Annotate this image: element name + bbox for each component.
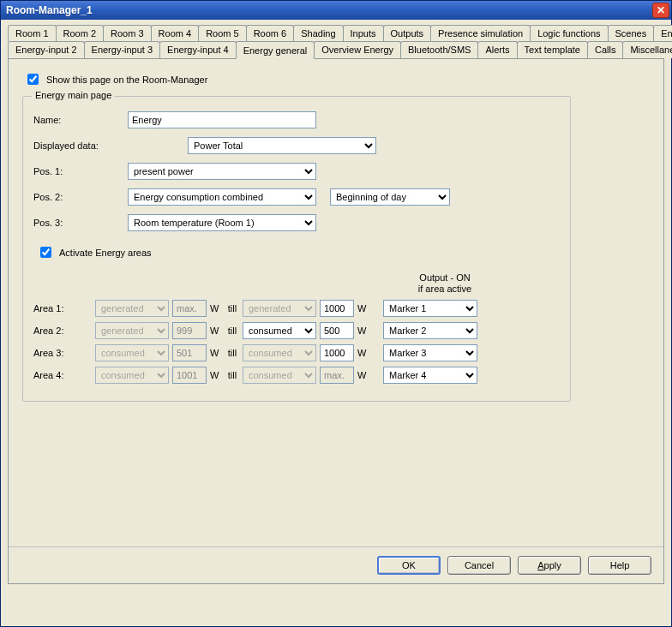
area-from-value-input [172,300,207,317]
unit-w: W [210,348,222,358]
group-legend: Energy main page [32,90,115,100]
tab-text-template[interactable]: Text template [517,41,588,58]
area-from-type-select: generated [95,300,169,317]
tabstrip: Room 1Room 2Room 3Room 4Room 5Room 6Shad… [8,25,664,58]
tab-shading[interactable]: Shading [293,25,343,41]
output-header: Output - ON if area active [381,272,509,295]
tab-row-1: Room 1Room 2Room 3Room 4Room 5Room 6Shad… [8,25,664,41]
tab-logic-functions[interactable]: Logic functions [530,25,608,41]
till-label: till [225,370,239,380]
tab-room-4[interactable]: Room 4 [151,25,200,41]
tab-energy-input-1[interactable]: Energy-input 1 [653,25,672,41]
pos3-label: Pos. 3: [33,218,128,228]
unit-w: W [357,303,369,314]
pos3-select[interactable]: Room temperature (Room 1) [128,214,316,231]
cancel-button[interactable]: Cancel [447,556,511,575]
window: Room-Manager_1 ✕ Room 1Room 2Room 3Room … [0,0,672,627]
tab-room-1[interactable]: Room 1 [8,25,57,41]
area-marker-select[interactable]: Marker 2 [383,322,477,339]
titlebar: Room-Manager_1 ✕ [1,1,671,20]
activate-areas-checkbox[interactable] [40,247,51,258]
close-button[interactable]: ✕ [652,3,669,18]
area-from-type-select: consumed [95,367,169,384]
tab-scenes[interactable]: Scenes [608,25,655,41]
area-to-value-input[interactable] [320,300,354,317]
areas-container: Area 1:generatedWtillgeneratedWMarker 1A… [33,300,560,384]
area-marker-select[interactable]: Marker 4 [383,367,477,384]
till-label: till [225,348,239,358]
area-from-value-input [172,367,207,384]
area-to-type-select: consumed [243,344,316,361]
name-label: Name: [33,115,128,125]
area-to-type-select[interactable]: consumed [243,322,316,339]
ok-button[interactable]: OK [377,556,441,575]
area-label: Area 2: [33,325,92,336]
tab-outputs[interactable]: Outputs [383,25,432,41]
tab-room-5[interactable]: Room 5 [198,25,247,41]
area-from-type-select: generated [95,322,169,339]
area-marker-select[interactable]: Marker 3 [383,344,477,361]
window-title: Room-Manager_1 [6,4,93,16]
till-label: till [225,303,239,314]
name-input[interactable] [128,111,316,128]
area-to-value-input[interactable] [320,322,354,339]
pos1-label: Pos. 1: [33,166,128,176]
tab-room-6[interactable]: Room 6 [246,25,295,41]
show-page-checkbox[interactable] [27,74,39,85]
area-marker-select[interactable]: Marker 1 [383,300,477,317]
energy-main-page-group: Energy main page Name: Displayed data: P… [22,96,571,402]
area-to-type-select: consumed [243,367,316,384]
help-button[interactable]: Help [588,556,651,575]
dialog-footer: OK Cancel Apply Help [9,546,663,583]
tab-row-2: Energy-input 2Energy-input 3Energy-input… [8,41,664,58]
area-row-3: Area 3:consumedWtillconsumedWMarker 3 [33,344,560,361]
tab-energy-general[interactable]: Energy general [236,41,315,59]
area-from-type-select: consumed [95,344,169,361]
area-from-value-input [172,322,207,339]
tab-energy-input-3[interactable]: Energy-input 3 [84,41,161,58]
till-label: till [225,325,239,336]
show-page-label: Show this page on the Room-Manager [46,75,207,85]
area-label: Area 3: [33,348,92,358]
unit-w: W [210,325,222,336]
unit-w: W [357,325,369,336]
tab-bluetooth-sms[interactable]: Bluetooth/SMS [400,41,478,58]
tab-miscellaneous[interactable]: Miscellaneous [622,41,672,58]
tab-inputs[interactable]: Inputs [343,25,384,41]
tab-panel-energy-general: Show this page on the Room-Manager Energ… [8,58,664,584]
apply-button[interactable]: Apply [518,556,581,575]
unit-w: W [357,348,369,358]
tab-room-2[interactable]: Room 2 [56,25,105,41]
area-row-4: Area 4:consumedWtillconsumedWMarker 4 [33,367,560,384]
area-label: Area 1: [33,303,92,314]
tab-alerts[interactable]: Alerts [477,41,517,58]
area-row-2: Area 2:generatedWtillconsumedWMarker 2 [33,322,560,339]
pos2-select[interactable]: Energy consumption combined [128,188,316,206]
tab-energy-input-2[interactable]: Energy-input 2 [8,41,85,58]
activate-areas-label: Activate Energy areas [59,248,152,258]
area-label: Area 4: [33,370,92,380]
tab-energy-input-4[interactable]: Energy-input 4 [159,41,237,58]
unit-w: W [210,303,222,314]
unit-w: W [357,370,369,380]
pos2-label: Pos. 2: [33,192,128,202]
unit-w: W [210,370,222,380]
tab-overview-energy[interactable]: Overview Energy [314,41,401,58]
area-to-value-input [320,367,354,384]
pos2-ref-select[interactable]: Beginning of day [330,188,450,206]
tab-room-3[interactable]: Room 3 [103,25,152,41]
area-to-type-select: generated [243,300,316,317]
displayed-data-select[interactable]: Power Total [188,137,376,154]
area-to-value-input[interactable] [320,344,354,361]
pos1-select[interactable]: present power [128,163,316,180]
displayed-data-label: Displayed data: [33,140,188,151]
tab-presence-simulation[interactable]: Presence simulation [430,25,531,41]
tab-calls[interactable]: Calls [587,41,623,58]
area-row-1: Area 1:generatedWtillgeneratedWMarker 1 [33,300,560,317]
area-from-value-input [172,344,207,361]
content: Room 1Room 2Room 3Room 4Room 5Room 6Shad… [1,20,671,584]
close-icon: ✕ [657,5,665,15]
